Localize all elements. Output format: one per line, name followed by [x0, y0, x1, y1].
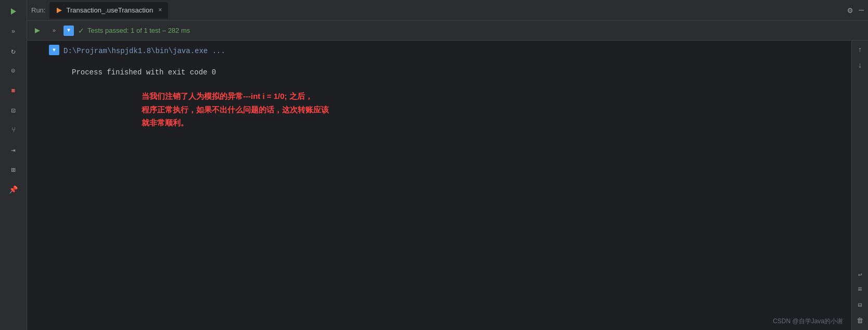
main-panel: Run: Transaction_.useTransaction × ⚙ — »…	[27, 0, 868, 330]
list-view-button[interactable]: ≡	[853, 282, 867, 297]
stop-button[interactable]: ■	[4, 81, 23, 100]
rerun-button[interactable]: ↻	[4, 42, 23, 60]
comment-line-1: 当我们注销了人为模拟的异常---int i = 1/0; 之后，	[142, 90, 851, 103]
scroll-up-button[interactable]: ↑	[853, 43, 867, 57]
tab-label: Transaction_.useTransaction	[66, 6, 153, 14]
check-icon: ✓	[78, 27, 84, 35]
right-toolbar: ↑ ↓ ↵ ≡ ⊟ 🗑	[851, 41, 868, 330]
login-button[interactable]: ⇥	[4, 141, 23, 159]
camera-button[interactable]: ⊡	[4, 101, 23, 120]
status-area: ✓ Tests passed: 1 of 1 test – 282 ms	[78, 27, 190, 35]
scroll-down-button[interactable]: ↓	[853, 58, 867, 73]
more-button[interactable]: »	[4, 22, 23, 41]
run-label: Run:	[31, 6, 45, 14]
collapse-command-button[interactable]: ▼	[49, 45, 59, 55]
expand-button[interactable]: »	[47, 23, 61, 38]
play-button[interactable]	[4, 2, 23, 21]
comment-line-3: 就非常顺利。	[142, 116, 851, 130]
fork-button[interactable]: ⑂	[4, 121, 23, 139]
pin-button[interactable]: 📌	[4, 180, 23, 199]
left-sidebar: » ↻ ⊙ ■ ⊡ ⑂ ⇥ ⊞ 📌	[0, 0, 27, 330]
commit-button[interactable]: ⊙	[4, 61, 23, 80]
status-text: Tests passed: 1 of 1 test – 282 ms	[87, 27, 190, 34]
comment-line-2: 程序正常执行，如果不出什么问题的话，这次转账应该	[142, 103, 851, 117]
settings-icon[interactable]: ⚙	[848, 5, 853, 16]
comment-block: 当我们注销了人为模拟的异常---int i = 1/0; 之后， 程序正常执行，…	[27, 90, 851, 130]
console-content[interactable]: ▼ D:\Projram\hspjdk1.8\bin\java.exe ... …	[27, 41, 851, 330]
line-gutter: ▼	[27, 45, 63, 55]
svg-marker-3	[35, 28, 40, 33]
command-line-row: ▼ D:\Projram\hspjdk1.8\bin\java.exe ...	[27, 45, 851, 58]
command-text: D:\Projram\hspjdk1.8\bin\java.exe ...	[63, 45, 225, 58]
process-line-row: Process finished with exit code 0	[27, 58, 851, 79]
svg-rect-2	[57, 8, 58, 13]
minimize-icon[interactable]: —	[859, 6, 864, 15]
tab-bar: Run: Transaction_.useTransaction × ⚙ —	[27, 0, 868, 21]
wrap-text-button[interactable]: ↵	[853, 266, 867, 281]
toolbar-row: » ▼ ✓ Tests passed: 1 of 1 test – 282 ms	[27, 21, 868, 41]
process-text: Process finished with exit code 0	[63, 66, 216, 79]
svg-marker-0	[11, 8, 16, 15]
layout-button[interactable]: ⊞	[4, 160, 23, 179]
clear-button[interactable]: 🗑	[853, 313, 867, 328]
console-area: ▼ D:\Projram\hspjdk1.8\bin\java.exe ... …	[27, 41, 868, 330]
tab-close-button[interactable]: ×	[158, 7, 162, 14]
print-button[interactable]: ⊟	[853, 298, 867, 312]
tab-run-icon	[56, 7, 63, 14]
tab-transaction[interactable]: Transaction_.useTransaction ×	[49, 2, 168, 19]
watermark: CSDN @自学Java的小谢	[773, 317, 843, 326]
collapse-button[interactable]: ▼	[63, 26, 74, 36]
run-again-button[interactable]	[30, 23, 45, 38]
